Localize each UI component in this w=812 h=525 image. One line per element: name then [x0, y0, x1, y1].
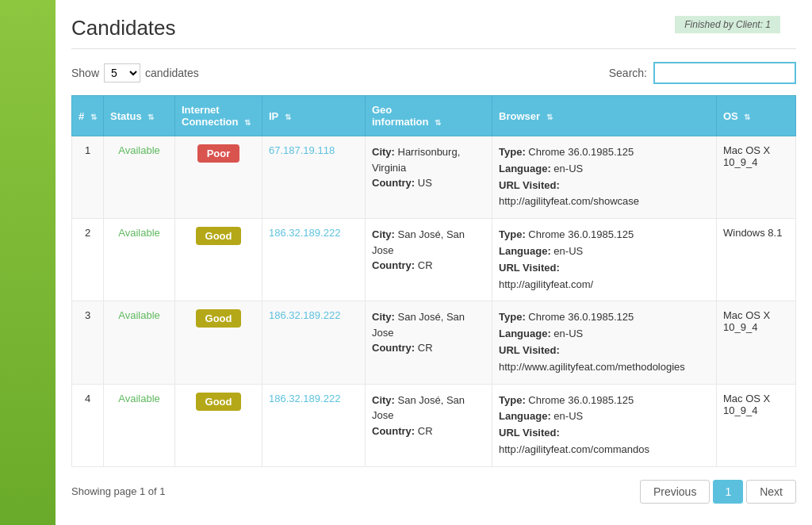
- cell-os: Mac OS X 10_9_4: [717, 301, 796, 384]
- table-row: 1AvailablePoor67.187.19.118City: Harriso…: [72, 136, 796, 219]
- cell-os: Mac OS X 10_9_4: [717, 384, 796, 466]
- sort-icon-geo: ⇅: [435, 118, 441, 127]
- ip-link[interactable]: 186.32.189.222: [269, 393, 340, 404]
- cell-geo: City: San José, San Jose Country: CR: [366, 219, 492, 301]
- banner-text: Finished by Client: 1: [684, 19, 771, 30]
- geo-text: City: San José, San Jose Country: CR: [372, 227, 485, 274]
- sort-icon-num: ⇅: [90, 113, 97, 121]
- header-status[interactable]: Status ⇅: [104, 96, 175, 136]
- main-content: Finished by Client: 1 Candidates Show 5 …: [56, 0, 812, 525]
- candidates-label: candidates: [145, 67, 199, 79]
- connection-badge: Good: [196, 309, 242, 328]
- header-os[interactable]: OS ⇅: [717, 96, 796, 136]
- cell-ip: 186.32.189.222: [262, 384, 366, 466]
- cell-num: 3: [72, 301, 104, 384]
- cell-num: 2: [72, 219, 104, 301]
- next-button[interactable]: Next: [746, 480, 796, 504]
- cell-geo: City: Harrisonburg, Virginia Country: US: [366, 136, 492, 219]
- geo-text: City: Harrisonburg, Virginia Country: US: [372, 144, 485, 191]
- cell-ip: 67.187.19.118: [262, 136, 366, 219]
- cell-browser: Type: Chrome 36.0.1985.125Language: en-U…: [492, 384, 717, 466]
- show-controls: Show 5 10 25 50 candidates: [71, 63, 199, 82]
- connection-badge: Good: [196, 393, 242, 411]
- browser-text: Type: Chrome 36.0.1985.125Language: en-U…: [499, 393, 710, 458]
- cell-ip: 186.32.189.222: [262, 219, 366, 301]
- previous-button[interactable]: Previous: [640, 480, 710, 504]
- cell-connection: Poor: [175, 136, 262, 219]
- show-label: Show: [71, 67, 99, 79]
- browser-text: Type: Chrome 36.0.1985.125Language: en-U…: [499, 227, 710, 293]
- cell-browser: Type: Chrome 36.0.1985.125Language: en-U…: [492, 136, 717, 219]
- cell-status: Available: [104, 301, 175, 384]
- header-geo[interactable]: Geoinformation ⇅: [366, 96, 492, 136]
- cell-geo: City: San José, San Jose Country: CR: [366, 384, 492, 466]
- geo-text: City: San José, San Jose Country: CR: [372, 393, 485, 439]
- table-row: 4AvailableGood186.32.189.222City: San Jo…: [72, 384, 796, 466]
- sort-icon-connection: ⇅: [244, 118, 251, 127]
- browser-text: Type: Chrome 36.0.1985.125Language: en-U…: [499, 309, 710, 375]
- sort-icon-status: ⇅: [147, 113, 154, 121]
- footer-row: Showing page 1 of 1 Previous 1 Next: [71, 480, 796, 504]
- connection-badge: Poor: [197, 144, 240, 163]
- connection-badge: Good: [196, 227, 242, 245]
- cell-connection: Good: [175, 219, 262, 301]
- search-label: Search:: [609, 67, 647, 79]
- pagination: Previous 1 Next: [640, 480, 796, 504]
- ip-link[interactable]: 67.187.19.118: [269, 144, 335, 156]
- cell-num: 1: [72, 136, 104, 219]
- cell-os: Windows 8.1: [717, 219, 796, 301]
- showing-text: Showing page 1 of 1: [71, 485, 166, 497]
- cell-connection: Good: [175, 301, 262, 384]
- sort-icon-os: ⇅: [744, 113, 750, 121]
- sort-icon-browser: ⇅: [546, 113, 553, 121]
- cell-num: 4: [72, 384, 104, 466]
- browser-text: Type: Chrome 36.0.1985.125Language: en-U…: [499, 144, 710, 210]
- search-input[interactable]: [653, 62, 796, 84]
- search-area: Search:: [609, 62, 796, 84]
- header-browser[interactable]: Browser ⇅: [492, 96, 717, 136]
- cell-status: Available: [104, 219, 175, 301]
- cell-status: Available: [104, 384, 175, 466]
- current-page: 1: [713, 480, 743, 504]
- cell-geo: City: San José, San Jose Country: CR: [366, 301, 492, 384]
- header-num[interactable]: # ⇅: [72, 96, 104, 136]
- header-geo-label: Geoinformation: [372, 104, 429, 128]
- header-connection[interactable]: InternetConnection ⇅: [175, 96, 262, 136]
- header-ip[interactable]: IP ⇅: [262, 96, 366, 136]
- table-row: 2AvailableGood186.32.189.222City: San Jo…: [72, 219, 796, 301]
- cell-browser: Type: Chrome 36.0.1985.125Language: en-U…: [492, 301, 717, 384]
- cell-connection: Good: [175, 384, 262, 466]
- geo-text: City: San José, San Jose Country: CR: [372, 309, 485, 356]
- show-select[interactable]: 5 10 25 50: [104, 63, 140, 82]
- top-banner: Finished by Client: 1: [675, 16, 780, 33]
- header-connection-label: InternetConnection: [182, 104, 239, 128]
- cell-os: Mac OS X 10_9_4: [717, 136, 796, 219]
- sidebar: [0, 0, 56, 525]
- table-row: 3AvailableGood186.32.189.222City: San Jo…: [72, 301, 796, 384]
- ip-link[interactable]: 186.32.189.222: [269, 227, 340, 239]
- toolbar: Show 5 10 25 50 candidates Search:: [71, 62, 796, 84]
- ip-link[interactable]: 186.32.189.222: [269, 309, 340, 321]
- cell-status: Available: [104, 136, 175, 219]
- cell-ip: 186.32.189.222: [262, 301, 366, 384]
- candidates-table: # ⇅ Status ⇅ InternetConnection ⇅ IP ⇅: [71, 95, 796, 467]
- table-header-row: # ⇅ Status ⇅ InternetConnection ⇅ IP ⇅: [72, 96, 796, 136]
- sort-icon-ip: ⇅: [285, 113, 291, 121]
- cell-browser: Type: Chrome 36.0.1985.125Language: en-U…: [492, 219, 717, 301]
